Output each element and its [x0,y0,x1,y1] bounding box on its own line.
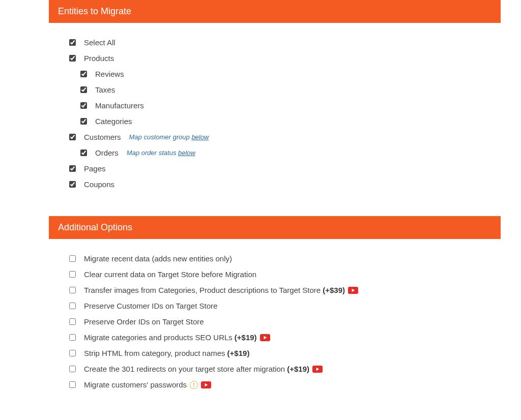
option-row-create-301: Create the 301 redirects on your target … [69,365,501,373]
option-checkbox-transfer-images[interactable] [69,287,76,293]
entity-checkbox-products[interactable] [69,55,76,62]
option-checkbox-migrate-passwords[interactable] [69,381,76,388]
entity-row-categories: Categories [80,117,501,126]
option-price-migrate-seo: (+$19) [235,333,257,342]
entities-section-header: Entities to Migrate [49,0,501,23]
entities-section-body: Select AllProductsReviewsTaxesManufactur… [49,23,501,216]
entity-label-coupons: Coupons [84,180,114,189]
entity-checkbox-coupons[interactable] [69,181,76,188]
option-checkbox-create-301[interactable] [69,366,76,372]
entity-checkbox-taxes[interactable] [80,86,87,93]
entity-row-orders: OrdersMap order status below [80,148,501,157]
entity-checkbox-select-all[interactable] [69,39,76,46]
option-row-strip-html: Strip HTML from category, product names(… [69,349,501,357]
entity-row-customers: CustomersMap customer group below [69,133,501,141]
entity-row-products: Products [69,54,501,63]
option-checkbox-migrate-recent[interactable] [69,255,76,262]
entity-hint-link-orders[interactable]: below [178,149,195,157]
option-row-preserve-order-ids: Preserve Order IDs on Target Store [69,317,501,326]
option-row-migrate-passwords: Migrate customers' passwords! [69,380,501,389]
svg-marker-3 [205,383,208,386]
option-checkbox-preserve-customer-ids[interactable] [69,303,76,309]
option-label-migrate-recent: Migrate recent data (adds new entities o… [84,254,232,263]
option-label-clear-data: Clear current data on Target Store befor… [84,270,256,279]
entity-label-orders: Orders [95,148,119,157]
svg-marker-1 [264,336,267,339]
option-price-create-301: (+$19) [287,365,309,373]
options-section-header: Additional Options [49,216,501,239]
entity-checkbox-reviews[interactable] [80,71,87,77]
option-checkbox-strip-html[interactable] [69,350,76,356]
youtube-icon-migrate-passwords[interactable] [201,381,211,388]
entity-checkbox-pages[interactable] [69,165,76,172]
entity-hint-link-customers[interactable]: below [191,133,209,141]
entity-label-taxes: Taxes [95,85,115,94]
entity-row-pages: Pages [69,164,501,173]
entity-hint-text-customers: Map customer group [129,133,192,141]
youtube-icon-migrate-seo[interactable] [260,334,270,341]
entity-label-products: Products [84,54,114,63]
option-checkbox-clear-data[interactable] [69,271,76,278]
option-price-strip-html: (+$19) [227,349,250,357]
option-row-clear-data: Clear current data on Target Store befor… [69,270,501,279]
svg-marker-0 [352,288,355,291]
entity-checkbox-orders[interactable] [80,149,87,156]
option-label-migrate-passwords: Migrate customers' passwords [84,380,187,389]
option-label-migrate-seo: Migrate categories and products SEO URLs [84,333,233,342]
entity-hint-customers: Map customer group below [129,133,209,141]
entity-checkbox-manufacturers[interactable] [80,102,87,109]
warning-icon-migrate-passwords: ! [190,381,198,389]
entity-row-taxes: Taxes [80,85,501,94]
entity-label-select-all: Select All [84,38,115,47]
option-label-transfer-images: Transfer images from Categories, Product… [84,286,321,294]
option-checkbox-migrate-seo[interactable] [69,334,76,341]
entity-row-select-all: Select All [69,38,501,47]
entity-row-coupons: Coupons [69,180,501,189]
option-label-create-301: Create the 301 redirects on your target … [84,365,285,373]
option-row-migrate-recent: Migrate recent data (adds new entities o… [69,254,501,263]
svg-marker-2 [316,367,320,370]
entity-hint-text-orders: Map order status [127,149,178,157]
option-label-preserve-order-ids: Preserve Order IDs on Target Store [84,317,204,326]
option-row-transfer-images: Transfer images from Categories, Product… [69,286,501,294]
option-row-preserve-customer-ids: Preserve Customer IDs on Target Store [69,302,501,310]
entity-label-manufacturers: Manufacturers [95,101,144,110]
entity-label-pages: Pages [84,164,106,173]
option-checkbox-preserve-order-ids[interactable] [69,318,76,325]
entity-hint-orders: Map order status below [127,149,195,157]
entity-checkbox-customers[interactable] [69,134,76,140]
option-label-preserve-customer-ids: Preserve Customer IDs on Target Store [84,302,217,310]
entity-label-customers: Customers [84,133,121,141]
youtube-icon-create-301[interactable] [312,366,323,373]
youtube-icon-transfer-images[interactable] [348,287,358,294]
entity-row-reviews: Reviews [80,70,501,78]
entity-checkbox-categories[interactable] [80,118,87,125]
option-row-migrate-seo: Migrate categories and products SEO URLs… [69,333,501,342]
entity-label-reviews: Reviews [95,70,124,78]
option-label-strip-html: Strip HTML from category, product names [84,349,225,357]
options-section-body: Migrate recent data (adds new entities o… [49,239,501,416]
option-price-transfer-images: (+$39) [323,286,345,294]
entity-label-categories: Categories [95,117,132,126]
entity-row-manufacturers: Manufacturers [80,101,501,110]
